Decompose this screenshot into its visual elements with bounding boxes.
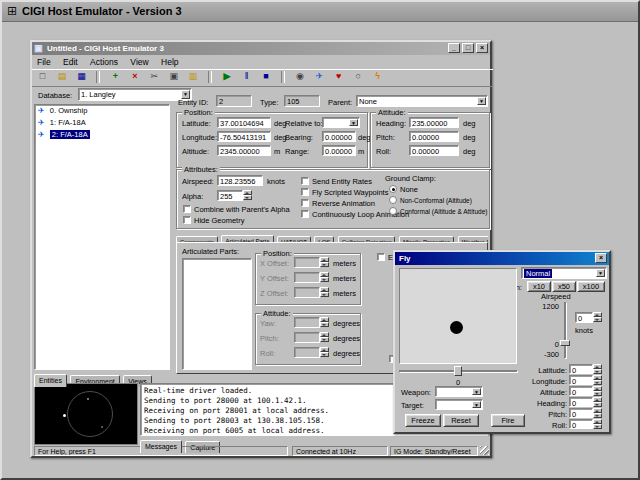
new-icon[interactable]: □ bbox=[35, 70, 50, 84]
heart-icon[interactable]: ♥ bbox=[331, 70, 346, 84]
paste-icon[interactable]: ▥ bbox=[186, 70, 201, 84]
alpha-spinner[interactable] bbox=[243, 190, 252, 201]
app-titlebar[interactable]: ⊞ CIGI Host Emulator - Version 3 bbox=[2, 2, 638, 22]
yaw-spinner[interactable] bbox=[320, 317, 329, 328]
precision-x50-button[interactable]: x50 bbox=[552, 281, 576, 292]
menu-view[interactable]: View bbox=[125, 56, 153, 69]
combine-alpha-checkbox[interactable] bbox=[183, 205, 191, 213]
longitude-field[interactable]: -76.50413191 bbox=[217, 131, 271, 142]
hide-geometry-checkbox[interactable] bbox=[183, 216, 191, 224]
heading-field[interactable]: 235.00000 bbox=[409, 117, 459, 128]
fly-altitude-field[interactable]: 0 bbox=[569, 386, 593, 396]
y-offset-field[interactable] bbox=[294, 272, 320, 283]
menu-help[interactable]: Help bbox=[156, 56, 183, 69]
menu-actions[interactable]: Actions bbox=[85, 56, 123, 69]
fly-roll-spinner[interactable] bbox=[593, 419, 602, 430]
save-icon[interactable]: ▦ bbox=[74, 70, 89, 84]
fly-longitude-spinner[interactable] bbox=[593, 375, 602, 386]
fly-longitude-field[interactable]: 0 bbox=[569, 375, 593, 385]
freeze-button[interactable]: Freeze bbox=[405, 414, 441, 427]
y-offset-spinner[interactable] bbox=[320, 272, 329, 283]
database-combobox[interactable]: 1. Langley ▼ bbox=[78, 88, 192, 101]
cut-icon[interactable]: ✂ bbox=[147, 70, 162, 84]
play-icon[interactable]: ▶ bbox=[220, 70, 235, 84]
relative-to-combobox[interactable]: ▼ bbox=[322, 117, 360, 128]
stop-icon[interactable]: ■ bbox=[258, 70, 273, 84]
tab-entities[interactable]: Entities bbox=[34, 374, 67, 387]
dropdown-arrow-icon[interactable]: ▼ bbox=[472, 388, 481, 395]
entity-id-field[interactable]: 2 bbox=[216, 95, 252, 107]
minimize-button[interactable]: _ bbox=[448, 43, 460, 53]
airspeed-slider-track[interactable] bbox=[564, 302, 566, 358]
fly-mode-combobox[interactable]: Normal ▼ bbox=[521, 267, 607, 279]
enable-part-checkbox[interactable] bbox=[377, 253, 385, 261]
copy-icon[interactable]: ▣ bbox=[166, 70, 181, 84]
part-roll-spinner[interactable] bbox=[320, 347, 329, 358]
capture-icon[interactable]: ◉ bbox=[292, 70, 307, 84]
pad-position-dot[interactable] bbox=[450, 321, 463, 334]
fly-altitude-spinner[interactable] bbox=[593, 386, 602, 397]
roll-field[interactable]: 0.00000 bbox=[409, 145, 459, 156]
fire-button[interactable]: Fire bbox=[491, 414, 525, 427]
alpha-field[interactable]: 255 bbox=[217, 190, 243, 201]
airspeed-slider-thumb[interactable] bbox=[560, 340, 570, 346]
fly-waypoints-checkbox[interactable] bbox=[301, 188, 309, 196]
delete-entity-icon[interactable]: × bbox=[127, 70, 142, 84]
bearing-field[interactable]: 0.00000 bbox=[322, 131, 356, 142]
range-field[interactable]: 0.00000 bbox=[322, 145, 356, 156]
articulated-parts-listbox[interactable] bbox=[182, 258, 252, 370]
fly-titlebar[interactable]: Fly × bbox=[395, 252, 609, 265]
tree-item-selected[interactable]: ✈ 2: F/A-18A bbox=[35, 129, 169, 141]
dropdown-arrow-icon[interactable]: ▼ bbox=[596, 269, 605, 277]
clamp-none-radio[interactable] bbox=[389, 185, 397, 193]
fly-pitch-spinner[interactable] bbox=[593, 408, 602, 419]
altitude-field[interactable]: 2345.00000 bbox=[217, 145, 271, 156]
clamp-conformal-radio[interactable] bbox=[389, 207, 397, 215]
fly-roll-field[interactable]: 0 bbox=[569, 419, 593, 429]
resize-grip[interactable] bbox=[480, 446, 489, 455]
flash-icon[interactable]: ϟ bbox=[370, 70, 385, 84]
precision-x10-button[interactable]: x10 bbox=[527, 281, 551, 292]
maximize-button[interactable]: □ bbox=[462, 43, 474, 53]
latitude-field[interactable]: 37.00104694 bbox=[217, 117, 271, 128]
fly-latitude-field[interactable]: 0 bbox=[569, 364, 593, 374]
menu-edit[interactable]: Edit bbox=[58, 56, 83, 69]
x-offset-spinner[interactable] bbox=[320, 257, 329, 268]
loop-animation-checkbox[interactable] bbox=[301, 210, 309, 218]
tree-item[interactable]: ✈ 0. Ownship bbox=[35, 105, 169, 117]
tree-item[interactable]: ✈ 1: F/A-18A bbox=[35, 117, 169, 129]
fly-pitch-field[interactable]: 0 bbox=[569, 408, 593, 418]
pitch-field[interactable]: 0.00000 bbox=[409, 131, 459, 142]
yaw-field[interactable] bbox=[294, 317, 320, 328]
z-offset-field[interactable] bbox=[294, 287, 320, 298]
weapon-combobox[interactable]: ▼ bbox=[435, 386, 483, 397]
dropdown-arrow-icon[interactable]: ▼ bbox=[477, 97, 486, 105]
search-icon[interactable]: ○ bbox=[351, 70, 366, 84]
fly-control-pad[interactable] bbox=[399, 268, 517, 364]
entity-type-field[interactable]: 105 bbox=[284, 95, 320, 107]
target-combobox[interactable]: ▼ bbox=[435, 399, 483, 410]
window-titlebar[interactable]: ▣ Untitled - CIGI Host Emulator 3 _ □ × bbox=[32, 42, 490, 55]
menu-file[interactable]: File bbox=[32, 56, 56, 69]
x-offset-field[interactable] bbox=[294, 257, 320, 268]
clamp-nonconformal-radio[interactable] bbox=[389, 196, 397, 204]
airspeed-field[interactable]: 128.23556 bbox=[217, 175, 263, 186]
z-offset-spinner[interactable] bbox=[320, 287, 329, 298]
entity-tree[interactable]: ✈ 0. Ownship ✈ 1: F/A-18A ✈ 2: F/A-18A bbox=[34, 104, 170, 370]
pad-slider-thumb[interactable] bbox=[454, 366, 462, 376]
close-button[interactable]: × bbox=[476, 43, 488, 53]
fly-close-button[interactable]: × bbox=[595, 253, 607, 263]
part-pitch-field[interactable] bbox=[294, 332, 320, 343]
open-icon[interactable]: ▤ bbox=[54, 70, 69, 84]
pause-icon[interactable]: ‖ bbox=[239, 70, 254, 84]
tab-messages[interactable]: Messages bbox=[140, 440, 182, 453]
add-entity-icon[interactable]: + bbox=[108, 70, 123, 84]
reverse-animation-checkbox[interactable] bbox=[301, 199, 309, 207]
reset-button[interactable]: Reset bbox=[443, 414, 479, 427]
dropdown-arrow-icon[interactable]: ▼ bbox=[472, 401, 481, 408]
fly-airspeed-spinner[interactable] bbox=[593, 312, 602, 323]
fly-latitude-spinner[interactable] bbox=[593, 364, 602, 375]
part-roll-field[interactable] bbox=[294, 347, 320, 358]
fly-heading-field[interactable]: 0 bbox=[569, 397, 593, 407]
tab-articulated-parts[interactable]: Articulated Parts bbox=[221, 235, 273, 242]
